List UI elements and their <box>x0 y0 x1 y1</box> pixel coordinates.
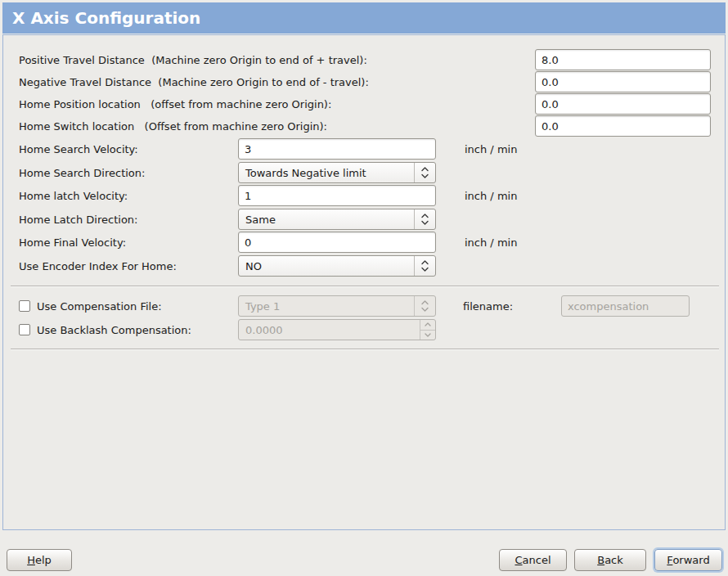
use-compensation-file-label: Use Compensation File: <box>37 295 162 317</box>
home-position-input[interactable] <box>535 93 711 115</box>
cancel-button-label: Cancel <box>515 554 550 566</box>
home-latch-direction-select[interactable]: Same <box>238 209 436 230</box>
home-search-direction-label: Home Search Direction: <box>19 162 145 183</box>
forward-button-label: Forward <box>667 554 709 566</box>
separator <box>11 286 719 286</box>
positive-travel-label: Positive Travel Distance (Machine zero O… <box>19 49 367 70</box>
chevron-up-icon <box>421 260 429 265</box>
filename-label: filename: <box>463 295 513 317</box>
home-switch-input[interactable] <box>535 115 711 137</box>
cancel-button[interactable]: Cancel <box>499 549 567 571</box>
home-final-velocity-input[interactable] <box>238 232 436 253</box>
chevron-up-icon <box>421 167 429 172</box>
spin-up-icon <box>420 320 435 331</box>
help-button[interactable]: Help <box>7 549 72 571</box>
chevron-down-icon <box>421 220 429 225</box>
home-search-velocity-label: Home Search Velocity: <box>19 138 138 160</box>
separator <box>11 349 719 349</box>
encoder-index-select[interactable]: NO <box>238 255 436 277</box>
negative-travel-input[interactable] <box>535 71 711 92</box>
home-switch-label: Home Switch location (Offset from machin… <box>19 115 327 137</box>
backlash-spinbox: 0.0000 <box>238 319 436 340</box>
chevron-up-icon <box>421 214 429 218</box>
selected-value: Towards Negative limit <box>239 163 414 182</box>
chevron-up-icon <box>421 300 429 305</box>
home-latch-direction-label: Home Latch Direction: <box>19 209 137 230</box>
selected-value: Type 1 <box>239 296 414 316</box>
use-backlash-compensation-checkbox[interactable] <box>19 324 30 335</box>
selected-value: Same <box>239 209 414 229</box>
home-search-velocity-input[interactable] <box>238 138 436 160</box>
home-position-label: Home Position location (offset from mach… <box>19 93 331 115</box>
spinner-buttons <box>420 320 435 340</box>
use-backlash-compensation-label: Use Backlash Compensation: <box>37 319 191 340</box>
negative-travel-label: Negative Travel Distance (Machine zero O… <box>19 71 369 92</box>
home-latch-velocity-label: Home latch Velocity: <box>19 185 128 206</box>
encoder-index-label: Use Encoder Index For Home: <box>19 255 177 277</box>
back-button-label: Back <box>597 554 623 566</box>
form-panel: Positive Travel Distance (Machine zero O… <box>2 34 726 530</box>
forward-button[interactable]: Forward <box>654 549 722 571</box>
updown-chevron-icon <box>414 296 435 316</box>
chevron-down-icon <box>421 307 429 312</box>
updown-chevron-icon <box>414 256 435 276</box>
spinbox-value: 0.0000 <box>239 320 420 340</box>
home-final-velocity-label: Home Final Velocity: <box>19 232 126 253</box>
help-button-label: Help <box>27 554 52 566</box>
updown-chevron-icon <box>414 209 435 229</box>
use-compensation-file-checkbox[interactable] <box>19 300 30 312</box>
page-title: X Axis Configuration <box>2 2 726 34</box>
selected-value: NO <box>239 256 414 276</box>
home-latch-velocity-input[interactable] <box>238 185 436 206</box>
chevron-down-icon <box>421 173 429 178</box>
updown-chevron-icon <box>414 163 435 182</box>
unit-label: inch / min <box>465 232 517 253</box>
filename-input <box>561 295 690 317</box>
home-search-direction-select[interactable]: Towards Negative limit <box>238 162 436 183</box>
unit-label: inch / min <box>465 138 517 160</box>
spin-down-icon <box>420 331 435 340</box>
unit-label: inch / min <box>465 185 517 206</box>
positive-travel-input[interactable] <box>535 49 711 70</box>
back-button[interactable]: Back <box>574 549 646 571</box>
compensation-file-type-select: Type 1 <box>238 295 436 317</box>
chevron-down-icon <box>421 267 429 272</box>
x-axis-configuration-window: X Axis Configuration Positive Travel Dis… <box>0 0 728 576</box>
